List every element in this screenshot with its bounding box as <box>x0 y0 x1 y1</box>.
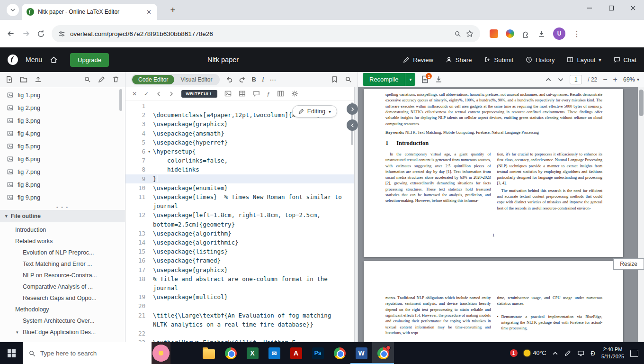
notification-count-badge[interactable]: 1 <box>510 349 518 357</box>
site-settings-icon[interactable] <box>58 30 65 37</box>
outline-item[interactable]: Introduction <box>0 224 125 236</box>
more-tools-button[interactable]: ⋯ <box>270 76 277 83</box>
file-tree-item[interactable]: fig 7.png <box>0 165 125 178</box>
code-line[interactable]: 21 \title{\Large\textbf{An Evaluation of… <box>125 311 354 329</box>
code-line[interactable]: 7 colorlinks=false, <box>125 156 354 165</box>
pdf-scrollbar[interactable] <box>638 87 644 342</box>
refresh-icon[interactable] <box>37 30 45 38</box>
outline-item[interactable]: Methodology <box>0 304 125 315</box>
input-language-indicator[interactable]: Đ <box>590 350 595 357</box>
downloads-icon[interactable] <box>537 30 546 38</box>
delete-trash-icon[interactable] <box>112 76 119 83</box>
fold-chevron-icon[interactable] <box>145 165 153 174</box>
taskbar-clock[interactable]: 2:40 PM 5/11/2025 <box>601 346 624 360</box>
writefull-badge[interactable]: WRITEFULL <box>181 90 217 98</box>
file-tree-item[interactable]: fig 9.png <box>0 191 125 204</box>
fold-chevron-icon[interactable]: ▾ <box>145 147 153 156</box>
file-tree-item[interactable]: fig 8.png <box>0 178 125 191</box>
forward-icon[interactable] <box>22 29 30 38</box>
zoom-out-icon[interactable]: − <box>603 75 607 84</box>
browser-menu-icon[interactable]: ⋮ <box>573 29 581 38</box>
history-button[interactable]: History <box>526 56 555 64</box>
outline-item[interactable]: Research Gaps and Oppo... <box>0 292 125 304</box>
fold-chevron-icon[interactable] <box>145 210 153 228</box>
collapse-editor-button[interactable] <box>347 103 358 115</box>
sidebar-resize-handle[interactable]: • • • <box>0 204 125 210</box>
taskbar-search-input[interactable]: Type here to search <box>23 342 170 364</box>
code-line[interactable]: 9 } <box>125 174 354 183</box>
code-line[interactable]: 18 % Title and abstract are one-column f… <box>125 274 354 292</box>
pen-icon[interactable] <box>564 350 571 356</box>
code-line[interactable]: 11 \usepackage{times} % Times New Roman … <box>125 192 354 210</box>
editor-search-icon[interactable] <box>345 76 352 83</box>
file-tree-item[interactable]: fig 1.png <box>0 89 125 101</box>
code-line[interactable]: 22 <box>125 329 354 338</box>
file-tree-item[interactable]: fig 3.png <box>0 114 125 127</box>
pdf-preview-pane[interactable]: spelling variations, misspellings, call … <box>358 87 644 342</box>
visual-editor-toggle[interactable]: Visual Editor <box>174 75 218 84</box>
editing-mode-dropdown[interactable]: Editing ▾ <box>292 105 337 118</box>
outline-item[interactable]: Related works <box>0 236 125 247</box>
file-tree-item[interactable]: fig 2.png <box>0 101 125 114</box>
code-line[interactable]: 14 \usepackage{algorithmic} <box>125 238 354 247</box>
collapse-pdf-button[interactable] <box>347 119 358 131</box>
fold-chevron-icon[interactable] <box>145 101 153 110</box>
fold-chevron-icon[interactable] <box>145 229 153 238</box>
fold-chevron-icon[interactable] <box>145 274 153 292</box>
code-line[interactable]: 4 \usepackage{amsmath} <box>125 129 354 138</box>
network-icon[interactable] <box>577 350 584 357</box>
zoom-in-icon[interactable]: + <box>613 75 617 84</box>
file-tree[interactable]: fig 1.png fig 2.png fig 3.png fi <box>0 87 125 204</box>
compile-log-button[interactable]: 1 <box>421 75 429 83</box>
italic-button[interactable]: I <box>262 76 264 83</box>
fold-chevron-icon[interactable] <box>145 247 153 256</box>
outline-item[interactable]: ▾ BlueEdge Application Des... <box>0 327 125 338</box>
fold-chevron-icon[interactable] <box>145 256 153 265</box>
home-icon[interactable] <box>50 56 58 64</box>
recompile-button[interactable]: Recompile ▾ <box>363 73 415 86</box>
insert-table-icon[interactable] <box>239 90 246 97</box>
prev-change-icon[interactable] <box>156 91 161 97</box>
fold-chevron-icon[interactable] <box>145 110 153 119</box>
chat-button[interactable]: Chat <box>614 56 636 64</box>
fold-chevron-icon[interactable] <box>145 301 153 310</box>
zoom-level-dropdown[interactable]: 69%▾ <box>623 76 639 83</box>
outline-item[interactable]: Comparative Analysis of ... <box>0 281 125 292</box>
outline-chevron-icon[interactable]: ▾ <box>16 330 23 335</box>
matrix-icon[interactable] <box>277 90 284 97</box>
file-tree-item[interactable]: fig 5.png <box>0 140 125 153</box>
upgrade-button[interactable]: Upgrade <box>70 53 109 67</box>
page-number-input[interactable]: 1 <box>570 75 582 84</box>
extensions-puzzle-icon[interactable] <box>522 30 530 38</box>
fold-chevron-icon[interactable] <box>145 129 153 138</box>
code-line[interactable]: 12 \usepackage[left=1.8cm, right=1.8cm, … <box>125 210 354 228</box>
new-folder-icon[interactable] <box>20 76 27 83</box>
code-line[interactable]: 5 \usepackage{hyperref} <box>125 138 354 147</box>
search-lens-icon[interactable] <box>454 30 461 37</box>
file-tree-item[interactable]: fig 6.png <box>0 153 125 165</box>
browser-tab[interactable]: Nltk paper - Online LaTeX Editor ✕ <box>22 4 157 20</box>
symbol-palette-icon[interactable] <box>331 76 338 83</box>
code-line[interactable]: 8 hidelinks <box>125 165 354 174</box>
fold-chevron-icon[interactable] <box>145 329 153 338</box>
outline-item[interactable]: Text Matching and Error ... <box>0 258 125 270</box>
tab-close-icon[interactable]: ✕ <box>145 9 152 16</box>
profile-avatar[interactable]: U <box>553 27 565 40</box>
search-icon[interactable] <box>84 76 91 83</box>
rename-pencil-icon[interactable] <box>98 76 105 83</box>
outline-item[interactable]: NLP on Resource-Constra... <box>0 270 125 281</box>
outline-item[interactable]: Evolution of NLP Preproc... <box>0 247 125 258</box>
extension-icon-1[interactable] <box>490 29 498 38</box>
fold-chevron-icon[interactable] <box>145 292 153 301</box>
acrobat-icon[interactable]: A <box>285 342 307 364</box>
outline-item[interactable]: System Architecture Over... <box>0 315 125 327</box>
fold-chevron-icon[interactable] <box>145 311 153 329</box>
latex-source-editor[interactable]: 1 2 \documentclass[a4paper,12pt,twocolum… <box>125 100 354 342</box>
window-close-button[interactable] <box>622 0 644 16</box>
accept-change-icon[interactable]: ✓ <box>144 91 149 97</box>
bookmark-star-icon[interactable] <box>466 30 474 37</box>
url-text[interactable]: overleaf.com/project/67e278f91b630bb8617… <box>70 30 449 37</box>
code-line[interactable]: 23 \author[Naqwa Elmobark$^{1}$f, Haitha… <box>125 338 354 342</box>
hidden-icons-chevron[interactable] <box>552 350 558 356</box>
excel-icon[interactable]: X <box>242 342 263 364</box>
